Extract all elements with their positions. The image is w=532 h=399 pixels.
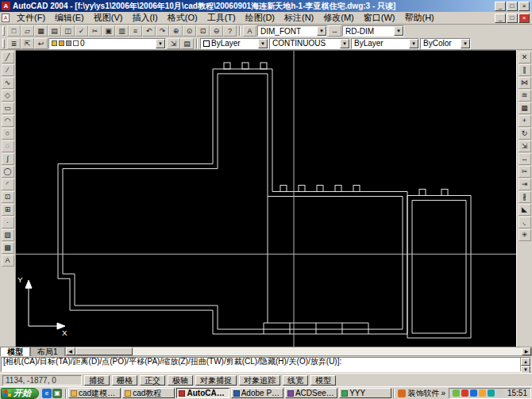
construction-line-icon[interactable]: ∕	[2, 64, 14, 76]
fillet-icon[interactable]: ◟	[519, 217, 531, 228]
tray-icon-5[interactable]	[488, 389, 495, 397]
zoom-realtime-icon[interactable]: ⊙	[183, 25, 196, 36]
menu-insert[interactable]: 插入(I)	[127, 11, 162, 25]
zoom-previous-icon[interactable]: ⊖	[210, 25, 223, 36]
spline-icon[interactable]: ∫	[2, 153, 14, 165]
restore-button[interactable]: □	[507, 2, 518, 11]
osnap-button[interactable]: 对象捕捉	[195, 375, 237, 386]
undo-icon[interactable]: ↶	[142, 25, 156, 36]
copy-object-icon[interactable]: ∥	[519, 64, 531, 76]
layer-states-icon[interactable]: ▤	[180, 38, 194, 49]
layer-combo[interactable]: 0 ▼	[48, 38, 166, 49]
quicklaunch-ie-icon[interactable]: e	[42, 389, 52, 398]
tray-icon-6[interactable]	[496, 389, 503, 397]
paste-icon[interactable]: ▥	[115, 25, 129, 36]
mirror-icon[interactable]: ⋈	[519, 77, 531, 89]
ellipse-icon[interactable]: ◯	[2, 166, 14, 178]
menu-window[interactable]: 窗口(W)	[359, 11, 400, 25]
cut-icon[interactable]: ✂	[88, 25, 102, 36]
quicklaunch-desktop-icon[interactable]: ▣	[52, 389, 62, 398]
menu-modify[interactable]: 修改(M)	[318, 11, 359, 25]
dropdown-arrow-icon[interactable]: ▼	[409, 39, 418, 48]
plot-icon[interactable]: ▤	[48, 25, 61, 36]
ellipse-arc-icon[interactable]: ◜	[2, 178, 14, 190]
coordinate-readout[interactable]: 1134, -1877, 0	[2, 375, 82, 386]
menu-draw[interactable]: 绘图(D)	[241, 11, 279, 25]
task-cad-tutorial[interactable]: cad教程	[122, 388, 175, 398]
make-object-layer-current-icon[interactable]: ⇲	[167, 38, 180, 49]
chevron-icon[interactable]: »	[441, 389, 445, 397]
spelling-icon[interactable]: ✓	[75, 25, 88, 36]
dim-style-icon[interactable]: ↔	[328, 25, 341, 36]
rectangle-icon[interactable]: ▭	[2, 102, 14, 114]
dropdown-arrow-icon[interactable]: ▼	[258, 39, 268, 48]
linetype-control-combo[interactable]: CONTINUOUS ▼	[269, 38, 350, 49]
arc-icon[interactable]: ◠	[2, 115, 14, 127]
color-control-combo[interactable]: ByLayer ▼	[200, 38, 268, 49]
extend-icon[interactable]: ⇥	[519, 178, 531, 190]
chamfer-icon[interactable]: ◣	[519, 204, 531, 216]
drawing-area[interactable]: Y X	[16, 50, 516, 347]
help-icon[interactable]: ?	[223, 25, 237, 36]
erase-icon[interactable]: ✕	[519, 52, 531, 63]
line-icon[interactable]: ╱	[2, 52, 14, 63]
tray-icon-3[interactable]	[470, 389, 477, 397]
snap-button[interactable]: 捕捉	[84, 375, 110, 386]
menu-view[interactable]: 视图(V)	[89, 11, 128, 25]
break-icon[interactable]: ∦	[519, 191, 531, 203]
stretch-icon[interactable]: ↔	[519, 153, 531, 165]
redo-icon[interactable]: ↷	[156, 25, 169, 36]
mtext-icon[interactable]: A	[2, 255, 14, 267]
menu-edit[interactable]: 编辑(E)	[50, 11, 89, 25]
grid-button[interactable]: 栅格	[112, 375, 137, 386]
text-style-combo[interactable]: DIM_FONT ▼	[257, 25, 327, 36]
rotate-icon[interactable]: ↻	[519, 128, 531, 140]
explode-icon[interactable]: ✳	[519, 229, 531, 241]
polygon-icon[interactable]: ◇	[2, 90, 14, 102]
menu-file[interactable]: 文件(F)	[12, 11, 50, 25]
tray-icon-4[interactable]	[479, 389, 486, 397]
deco-app-icon[interactable]	[398, 389, 406, 397]
task-cad-modeling-tutorial[interactable]: cad建模教程	[68, 388, 121, 398]
dim-style-combo[interactable]: RD-DIM ▼	[342, 25, 404, 36]
tab-model[interactable]: 模型	[0, 347, 30, 356]
toolbar-grip[interactable]	[2, 26, 5, 36]
deco-toolbar[interactable]: 装饰软件 »	[396, 388, 447, 399]
scroll-right-icon[interactable]: ▶	[522, 347, 531, 355]
region-icon[interactable]: ▩	[2, 242, 14, 254]
text-style-icon[interactable]: A	[243, 25, 256, 36]
open-icon[interactable]: ▱	[21, 25, 34, 36]
layer-properties-icon[interactable]: ≣	[7, 38, 21, 49]
otrack-button[interactable]: 对象追踪	[239, 375, 280, 386]
make-block-icon[interactable]: ⊞	[2, 204, 14, 216]
new-icon[interactable]: □	[7, 25, 21, 36]
scroll-up-icon[interactable]: ▲	[521, 358, 530, 366]
tab-layout1[interactable]: 布局1	[30, 347, 65, 356]
lineweight-button[interactable]: 线宽	[283, 375, 308, 386]
start-button[interactable]: 开始	[1, 388, 39, 399]
menu-dimension[interactable]: 标注(N)	[279, 11, 318, 25]
zoom-window-icon[interactable]: ⊡	[196, 25, 210, 36]
task-yyy[interactable]: YYY	[339, 388, 391, 398]
doc-minimize-button[interactable]: _	[495, 13, 506, 23]
offset-icon[interactable]: ≋	[519, 90, 531, 102]
menu-help[interactable]: 帮助(H)	[400, 11, 439, 25]
pan-icon[interactable]: ⊕	[169, 25, 183, 36]
scale-icon[interactable]: ⇲	[519, 140, 531, 152]
doc-restore-button[interactable]: □	[507, 13, 518, 23]
scrollbar-thumb[interactable]	[75, 347, 133, 355]
point-icon[interactable]: ·	[2, 217, 14, 228]
hatch-icon[interactable]: ▨	[2, 229, 14, 241]
menu-tools[interactable]: 工具(T)	[202, 11, 241, 25]
horizontal-scrollbar[interactable]: ◀ ▶	[65, 347, 532, 356]
ortho-button[interactable]: 正交	[140, 375, 165, 386]
task-photoshop[interactable]: Adobe Photo...	[231, 388, 283, 398]
dropdown-arrow-icon[interactable]: ▼	[340, 39, 349, 48]
match-properties-icon[interactable]: ≡	[129, 25, 142, 36]
copy-icon[interactable]: ▣	[102, 25, 115, 36]
plotstyle-control-combo[interactable]: ByColor ▼	[420, 38, 471, 49]
task-acdsee[interactable]: ACDSee v3.1...	[285, 388, 337, 398]
minimize-button[interactable]: _	[495, 2, 506, 11]
polar-button[interactable]: 极轴	[168, 375, 193, 386]
dropdown-arrow-icon[interactable]: ▼	[156, 39, 165, 48]
